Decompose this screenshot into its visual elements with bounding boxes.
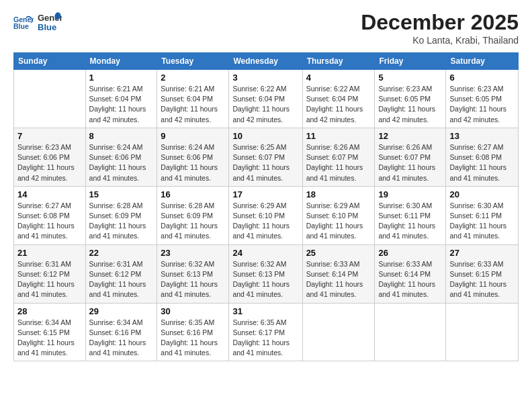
calendar-day-cell: 23Sunrise: 6:32 AMSunset: 6:13 PMDayligh… [157,244,229,303]
calendar-day-cell: 20Sunrise: 6:30 AMSunset: 6:11 PMDayligh… [446,186,519,244]
logo: General Blue General Blue [13,10,62,36]
day-info: Sunrise: 6:21 AMSunset: 6:04 PMDaylight:… [161,84,225,125]
day-info: Sunrise: 6:35 AMSunset: 6:16 PMDaylight:… [161,318,225,359]
calendar-day-cell: 9Sunrise: 6:24 AMSunset: 6:06 PMDaylight… [157,128,229,186]
calendar-day-cell: 11Sunrise: 6:26 AMSunset: 6:07 PMDayligh… [302,128,375,186]
day-info: Sunrise: 6:23 AMSunset: 6:05 PMDaylight:… [449,84,515,125]
col-wednesday: Wednesday [229,53,302,70]
day-info: Sunrise: 6:22 AMSunset: 6:04 PMDaylight:… [232,84,298,125]
day-number: 23 [161,248,225,258]
calendar-day-cell: 24Sunrise: 6:32 AMSunset: 6:13 PMDayligh… [229,244,302,303]
calendar-day-cell: 22Sunrise: 6:31 AMSunset: 6:12 PMDayligh… [85,244,157,303]
day-info: Sunrise: 6:32 AMSunset: 6:13 PMDaylight:… [232,259,298,300]
day-info: Sunrise: 6:29 AMSunset: 6:10 PMDaylight:… [306,201,371,242]
svg-text:Blue: Blue [38,22,56,32]
calendar-day-cell: 8Sunrise: 6:24 AMSunset: 6:06 PMDaylight… [85,128,157,186]
day-info: Sunrise: 6:25 AMSunset: 6:07 PMDaylight:… [232,142,298,183]
calendar-week-row: 21Sunrise: 6:31 AMSunset: 6:12 PMDayligh… [14,244,519,303]
day-number: 21 [17,248,82,258]
day-number: 22 [89,248,154,258]
day-number: 28 [17,306,82,316]
calendar-day-cell [302,303,375,361]
day-info: Sunrise: 6:33 AMSunset: 6:14 PMDaylight:… [306,259,371,300]
day-info: Sunrise: 6:34 AMSunset: 6:15 PMDaylight:… [17,318,82,359]
col-thursday: Thursday [302,53,375,70]
calendar-table: Sunday Monday Tuesday Wednesday Thursday… [13,52,519,361]
calendar-day-cell [14,70,86,128]
day-info: Sunrise: 6:33 AMSunset: 6:15 PMDaylight:… [449,259,515,300]
day-number: 20 [449,189,515,199]
day-number: 6 [449,73,515,83]
day-number: 30 [161,306,225,316]
day-info: Sunrise: 6:28 AMSunset: 6:09 PMDaylight:… [89,201,154,242]
day-number: 25 [306,248,371,258]
day-number: 24 [232,248,298,258]
day-info: Sunrise: 6:26 AMSunset: 6:07 PMDaylight:… [378,142,442,183]
calendar-day-cell: 2Sunrise: 6:21 AMSunset: 6:04 PMDaylight… [157,70,229,128]
calendar-week-row: 28Sunrise: 6:34 AMSunset: 6:15 PMDayligh… [14,303,519,361]
calendar-header-row: Sunday Monday Tuesday Wednesday Thursday… [14,53,519,70]
day-number: 10 [232,131,298,141]
month-title: December 2025 [361,10,519,35]
calendar-week-row: 7Sunrise: 6:23 AMSunset: 6:06 PMDaylight… [14,128,519,186]
day-info: Sunrise: 6:27 AMSunset: 6:08 PMDaylight:… [17,201,82,242]
calendar-day-cell: 12Sunrise: 6:26 AMSunset: 6:07 PMDayligh… [375,128,446,186]
day-number: 7 [17,131,82,141]
day-number: 19 [378,189,442,199]
calendar-day-cell: 14Sunrise: 6:27 AMSunset: 6:08 PMDayligh… [14,186,86,244]
day-info: Sunrise: 6:32 AMSunset: 6:13 PMDaylight:… [161,259,225,300]
calendar-day-cell: 6Sunrise: 6:23 AMSunset: 6:05 PMDaylight… [446,70,519,128]
day-info: Sunrise: 6:24 AMSunset: 6:06 PMDaylight:… [89,142,154,183]
day-info: Sunrise: 6:31 AMSunset: 6:12 PMDaylight:… [89,259,154,300]
day-number: 17 [232,189,298,199]
calendar-day-cell: 18Sunrise: 6:29 AMSunset: 6:10 PMDayligh… [302,186,375,244]
day-number: 11 [306,131,371,141]
day-number: 27 [449,248,515,258]
calendar-day-cell: 4Sunrise: 6:22 AMSunset: 6:04 PMDaylight… [302,70,375,128]
logo-icon: General Blue [13,13,34,33]
day-info: Sunrise: 6:21 AMSunset: 6:04 PMDaylight:… [89,84,154,125]
calendar-day-cell: 25Sunrise: 6:33 AMSunset: 6:14 PMDayligh… [302,244,375,303]
day-info: Sunrise: 6:26 AMSunset: 6:07 PMDaylight:… [306,142,371,183]
day-info: Sunrise: 6:22 AMSunset: 6:04 PMDaylight:… [306,84,371,125]
calendar-week-row: 1Sunrise: 6:21 AMSunset: 6:04 PMDaylight… [14,70,519,128]
day-number: 16 [161,189,225,199]
calendar-week-row: 14Sunrise: 6:27 AMSunset: 6:08 PMDayligh… [14,186,519,244]
day-number: 15 [89,189,154,199]
calendar-day-cell: 30Sunrise: 6:35 AMSunset: 6:16 PMDayligh… [157,303,229,361]
header: General Blue General Blue December 2025 … [13,10,519,46]
calendar-day-cell [446,303,519,361]
calendar-day-cell: 1Sunrise: 6:21 AMSunset: 6:04 PMDaylight… [85,70,157,128]
calendar-day-cell: 19Sunrise: 6:30 AMSunset: 6:11 PMDayligh… [375,186,446,244]
calendar-day-cell: 31Sunrise: 6:35 AMSunset: 6:17 PMDayligh… [229,303,302,361]
col-sunday: Sunday [14,53,86,70]
day-info: Sunrise: 6:33 AMSunset: 6:14 PMDaylight:… [378,259,442,300]
logo-graphic: General Blue [36,10,62,36]
calendar-day-cell: 7Sunrise: 6:23 AMSunset: 6:06 PMDaylight… [14,128,86,186]
day-number: 12 [378,131,442,141]
day-info: Sunrise: 6:23 AMSunset: 6:06 PMDaylight:… [17,142,82,183]
svg-text:Blue: Blue [13,22,29,30]
day-number: 8 [89,131,154,141]
day-info: Sunrise: 6:31 AMSunset: 6:12 PMDaylight:… [17,259,82,300]
calendar-day-cell: 10Sunrise: 6:25 AMSunset: 6:07 PMDayligh… [229,128,302,186]
col-monday: Monday [85,53,157,70]
day-info: Sunrise: 6:29 AMSunset: 6:10 PMDaylight:… [232,201,298,242]
day-info: Sunrise: 6:24 AMSunset: 6:06 PMDaylight:… [161,142,225,183]
day-info: Sunrise: 6:27 AMSunset: 6:08 PMDaylight:… [449,142,515,183]
day-number: 13 [449,131,515,141]
calendar-day-cell: 16Sunrise: 6:28 AMSunset: 6:09 PMDayligh… [157,186,229,244]
calendar-day-cell: 21Sunrise: 6:31 AMSunset: 6:12 PMDayligh… [14,244,86,303]
title-block: December 2025 Ko Lanta, Krabi, Thailand [361,10,519,46]
day-number: 31 [232,306,298,316]
day-info: Sunrise: 6:34 AMSunset: 6:16 PMDaylight:… [89,318,154,359]
day-number: 2 [161,73,225,83]
day-info: Sunrise: 6:30 AMSunset: 6:11 PMDaylight:… [449,201,515,242]
day-number: 3 [232,73,298,83]
calendar-day-cell: 28Sunrise: 6:34 AMSunset: 6:15 PMDayligh… [14,303,86,361]
day-info: Sunrise: 6:30 AMSunset: 6:11 PMDaylight:… [378,201,442,242]
col-tuesday: Tuesday [157,53,229,70]
day-number: 5 [378,73,442,83]
day-info: Sunrise: 6:23 AMSunset: 6:05 PMDaylight:… [378,84,442,125]
calendar-day-cell: 13Sunrise: 6:27 AMSunset: 6:08 PMDayligh… [446,128,519,186]
